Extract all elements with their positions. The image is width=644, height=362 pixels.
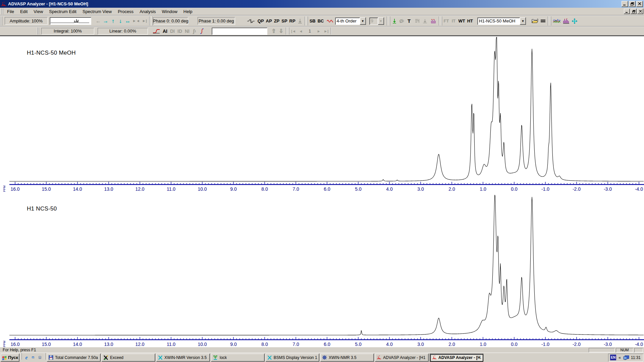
tick-label-1-12.0: 12.0 — [135, 342, 144, 347]
tick-label-1--4.0: -4.0 — [635, 342, 643, 347]
tick-label-0--4.0: -4.0 — [635, 186, 643, 192]
tick-label-0--2.0: -2.0 — [573, 186, 581, 192]
network-monitor-icon[interactable] — [623, 355, 629, 360]
tick-label-0-13.0: 13.0 — [104, 186, 113, 192]
tick-label-0-2.0: 2.0 — [448, 186, 455, 192]
tick-label-0--1.0: -1.0 — [541, 186, 549, 192]
ppm-axis-title-0: PPM — [3, 185, 6, 192]
ppm-axis-title-1: PPM — [3, 341, 6, 347]
tick-label-0-14.0: 14.0 — [73, 186, 82, 192]
cyan-x-icon — [267, 355, 272, 360]
tick-label-0-11.0: 11.0 — [167, 186, 175, 192]
task-xwin-nmr-35[interactable]: XWIN-NMR Version 3.5 ... — [156, 354, 210, 362]
tick-label-1--2.0: -2.0 — [573, 342, 581, 347]
task-total-commander[interactable]: Total Commander 7.50a ... — [47, 354, 101, 362]
screen: ADVASP Analyzer - [H1-NCS-50 MeOH] File … — [0, 0, 644, 362]
blue-star-icon — [322, 355, 327, 360]
tick-label-0-9.0: 9.0 — [230, 186, 237, 192]
exceed-x-icon — [103, 355, 108, 360]
tick-label-1-16.0: 16.0 — [10, 342, 19, 347]
taskbar: Пуск e Total Commander 7.50a ... Exceed … — [0, 353, 644, 362]
tick-label-0-1.0: 1.0 — [480, 186, 486, 192]
tick-label-0-3.0: 3.0 — [417, 186, 424, 192]
tick-label-1-10.0: 10.0 — [198, 342, 207, 347]
tick-label-0--3.0: -3.0 — [604, 186, 612, 192]
start-label: Пуск — [8, 355, 18, 360]
language-indicator[interactable]: EN — [610, 355, 616, 360]
status-cell-empty-2 — [634, 348, 643, 352]
plant-icon — [213, 355, 218, 360]
tick-label-1-4.0: 4.0 — [386, 342, 393, 347]
tick-label-1-1.0: 1.0 — [480, 342, 486, 347]
tick-label-1-5.0: 5.0 — [355, 342, 362, 347]
spectra-client-area[interactable]: H1-NCS-50 MeOH H1 NCS-50 16.015.014.013.… — [0, 36, 644, 347]
start-button[interactable]: Пуск — [1, 354, 19, 362]
tick-label-1--3.0: -3.0 — [604, 342, 612, 347]
tick-label-0-16.0: 16.0 — [10, 186, 19, 192]
nmr-spectra-plot[interactable]: 16.015.014.013.012.011.010.09.08.07.06.0… — [0, 1, 644, 348]
taskbar-grip[interactable] — [44, 353, 45, 360]
tick-label-1-2.0: 2.0 — [448, 342, 455, 347]
axis-ticks-0 — [15, 182, 639, 184]
floppy-icon — [49, 355, 53, 360]
tick-label-1-7.0: 7.0 — [292, 342, 299, 347]
tick-label-0-7.0: 7.0 — [292, 186, 299, 192]
tick-label-1-3.0: 3.0 — [417, 342, 424, 347]
tick-label-0-8.0: 8.0 — [261, 186, 268, 192]
task-lock[interactable]: lock — [211, 354, 265, 362]
task-exceed[interactable]: Exceed — [102, 354, 155, 362]
tick-label-0-15.0: 15.0 — [42, 186, 51, 192]
taskbar-clock: 11:31 — [631, 355, 641, 360]
task-xwin-nmr[interactable]: XWIN-NMR 3.5 — [320, 354, 374, 362]
task-bsms-display[interactable]: BSMS Display Version 1.... — [266, 354, 319, 362]
axis-ticks-1 — [15, 337, 639, 340]
tick-label-1-11.0: 11.0 — [167, 342, 175, 347]
cyan-x-icon — [158, 355, 163, 360]
num-lock-indicator: NUM — [616, 348, 633, 352]
spectrum-trace-1 — [9, 195, 644, 335]
quicklaunch-grip[interactable] — [21, 353, 22, 360]
status-bar: For Help, press F1 NUM — [0, 347, 644, 353]
calculator-icon[interactable] — [37, 354, 43, 361]
tick-label-0-12.0: 12.0 — [135, 186, 144, 192]
tick-label-1-9.0: 9.0 — [230, 342, 237, 347]
tick-label-1-15.0: 15.0 — [42, 342, 51, 347]
tick-label-0-10.0: 10.0 — [198, 186, 207, 192]
advasp-icon — [432, 355, 437, 360]
tick-label-0-5.0: 5.0 — [355, 186, 362, 192]
tick-label-0-6.0: 6.0 — [324, 186, 330, 192]
system-tray: EN « 11:31 — [608, 354, 643, 362]
internet-explorer-icon[interactable]: e — [23, 354, 30, 361]
tick-label-1-14.0: 14.0 — [73, 342, 82, 347]
tray-expand-chevron[interactable]: « — [618, 355, 622, 360]
task-advasp-1[interactable]: ADVASP Analyzer - [H1 ... — [375, 354, 429, 362]
status-help-text: For Help, press F1 — [0, 348, 589, 352]
status-cell-empty-1 — [589, 348, 615, 352]
windows-logo-icon — [2, 355, 7, 360]
tick-label-1-0.0: 0.0 — [511, 342, 518, 347]
advasp-icon — [377, 355, 381, 360]
spectrum-trace-0 — [9, 37, 644, 181]
task-advasp-2-active[interactable]: ADVASP Analyzer - [H... — [430, 354, 483, 362]
tick-label-0-0.0: 0.0 — [511, 186, 518, 192]
tick-label-1-8.0: 8.0 — [261, 342, 268, 347]
tick-label-1--1.0: -1.0 — [541, 342, 549, 347]
tick-label-1-13.0: 13.0 — [104, 342, 113, 347]
tick-label-1-6.0: 6.0 — [324, 342, 330, 347]
show-desktop-icon[interactable] — [30, 354, 37, 361]
tick-label-0-4.0: 4.0 — [386, 186, 393, 192]
